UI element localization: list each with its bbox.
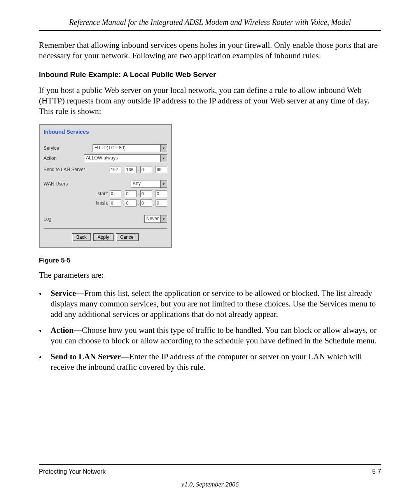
- param-term: Service—: [51, 289, 84, 298]
- footer-left: Protecting Your Network: [39, 468, 106, 475]
- start-label: start:: [44, 191, 110, 196]
- ip-octet-1[interactable]: 192: [110, 166, 121, 173]
- ip-octet-1[interactable]: 0: [110, 190, 121, 197]
- send-to-lan-ip: 192. 168. 0. 99: [110, 166, 167, 173]
- finish-label: finish:: [44, 200, 110, 206]
- dialog-separator: [44, 228, 167, 229]
- figure-5-5: Inbound Services Service HTTP(TCP:80) ▼ …: [39, 124, 381, 248]
- ip-octet-3[interactable]: 0: [140, 166, 152, 173]
- log-label: Log: [44, 216, 144, 222]
- apply-button[interactable]: Apply: [93, 233, 114, 241]
- action-label: Action: [44, 156, 84, 161]
- wan-users-value: Any: [131, 180, 161, 188]
- chevron-down-icon[interactable]: ▼: [161, 180, 167, 188]
- header-rule: [39, 30, 381, 31]
- footer-right: 5-7: [372, 468, 381, 475]
- intro-paragraph: Remember that allowing inbound services …: [39, 40, 381, 61]
- page-footer: Protecting Your Network 5-7 v1.0, Septem…: [39, 464, 381, 488]
- list-item: Action—Choose how you want this type of …: [39, 325, 381, 346]
- section-intro: If you host a public Web server on your …: [39, 85, 381, 117]
- bullet-icon: [39, 288, 51, 320]
- ip-octet-2[interactable]: 168: [125, 166, 136, 173]
- ip-octet-4[interactable]: 99: [156, 166, 167, 173]
- param-term: Send to LAN Server—: [51, 352, 129, 361]
- ip-octet-3[interactable]: 0: [140, 190, 152, 197]
- footer-rule: [39, 464, 381, 465]
- service-value: HTTP(TCP:80): [93, 144, 161, 152]
- finish-ip: 0. 0. 0. 0: [110, 200, 167, 206]
- dialog-buttons: Back Apply Cancel: [44, 232, 167, 243]
- ip-octet-4[interactable]: 0: [156, 190, 167, 197]
- ip-octet-2[interactable]: 0: [125, 200, 136, 206]
- bullet-icon: [39, 352, 51, 373]
- bullet-icon: [39, 325, 51, 346]
- send-to-lan-label: Send to LAN Server: [44, 167, 110, 172]
- param-term: Action—: [51, 326, 82, 335]
- figure-caption: Figure 5-5: [39, 257, 381, 264]
- service-dropdown[interactable]: HTTP(TCP:80) ▼: [93, 144, 167, 152]
- section-heading: Inbound Rule Example: A Local Public Web…: [39, 70, 381, 79]
- parameters-list: Service—From this list, select the appli…: [39, 288, 381, 372]
- chevron-down-icon[interactable]: ▼: [161, 154, 167, 162]
- back-button[interactable]: Back: [72, 233, 91, 241]
- cancel-button[interactable]: Cancel: [116, 233, 139, 241]
- start-ip: 0. 0. 0. 0: [110, 190, 167, 197]
- log-value: Never: [144, 215, 161, 223]
- wan-users-label: WAN Users: [44, 181, 131, 187]
- chevron-down-icon[interactable]: ▼: [161, 215, 167, 223]
- action-dropdown[interactable]: ALLOW always ▼: [84, 154, 167, 162]
- service-label: Service: [44, 145, 93, 151]
- running-header: Reference Manual for the Integrated ADSL…: [39, 18, 381, 27]
- ip-octet-2[interactable]: 0: [125, 190, 136, 197]
- param-desc: Choose how you want this type of traffic…: [51, 326, 377, 345]
- chevron-down-icon[interactable]: ▼: [161, 144, 167, 152]
- footer-version: v1.0, September 2006: [39, 481, 381, 488]
- inbound-services-dialog: Inbound Services Service HTTP(TCP:80) ▼ …: [39, 124, 172, 248]
- list-item: Send to LAN Server—Enter the IP address …: [39, 352, 381, 373]
- dialog-title: Inbound Services: [40, 125, 171, 144]
- ip-octet-3[interactable]: 0: [140, 200, 152, 206]
- log-dropdown[interactable]: Never ▼: [144, 215, 167, 223]
- ip-octet-1[interactable]: 0: [110, 200, 121, 206]
- list-item: Service—From this list, select the appli…: [39, 288, 381, 320]
- wan-users-dropdown[interactable]: Any ▼: [131, 180, 167, 188]
- parameters-intro: The parameters are:: [39, 270, 381, 280]
- action-value: ALLOW always: [84, 154, 161, 162]
- param-desc: From this list, select the application o…: [51, 289, 376, 319]
- ip-octet-4[interactable]: 0: [156, 200, 167, 206]
